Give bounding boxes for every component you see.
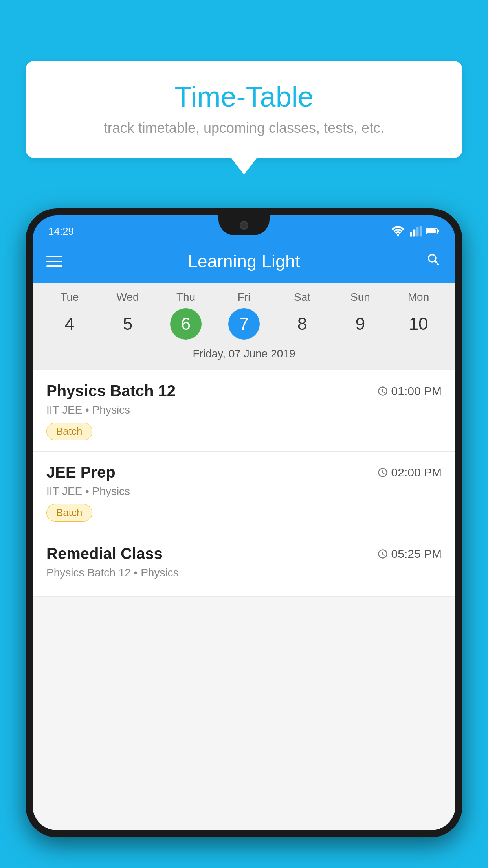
calendar-day[interactable]: Thu6 xyxy=(162,291,209,340)
calendar-strip: Tue4Wed5Thu6Fri7Sat8Sun9Mon10 Friday, 07… xyxy=(33,283,455,370)
item-time: 01:00 PM xyxy=(377,384,442,398)
day-name: Sun xyxy=(350,291,370,303)
phone-container: 14:29 xyxy=(26,208,462,868)
schedule-item[interactable]: Physics Batch 1201:00 PMIIT JEE • Physic… xyxy=(33,370,455,452)
status-icons xyxy=(391,226,440,237)
calendar-day[interactable]: Fri7 xyxy=(220,291,268,340)
status-time: 14:29 xyxy=(48,225,74,237)
wifi-icon xyxy=(391,226,405,237)
schedule-item[interactable]: JEE Prep02:00 PMIIT JEE • PhysicsBatch xyxy=(33,452,455,533)
calendar-day[interactable]: Sat8 xyxy=(279,291,326,340)
day-name: Mon xyxy=(408,291,429,303)
svg-rect-3 xyxy=(416,227,419,237)
item-subtitle: Physics Batch 12 • Physics xyxy=(46,566,442,579)
signal-icon xyxy=(410,226,422,237)
day-name: Fri xyxy=(238,291,251,303)
clock-icon xyxy=(377,386,388,397)
svg-rect-7 xyxy=(427,229,436,233)
bubble-title: Time-Table xyxy=(49,81,439,113)
day-name: Wed xyxy=(116,291,139,303)
item-time: 05:25 PM xyxy=(377,547,442,561)
search-button[interactable] xyxy=(426,252,442,271)
calendar-day[interactable]: Sun9 xyxy=(337,291,384,340)
day-number[interactable]: 9 xyxy=(345,308,376,340)
day-name: Tue xyxy=(60,291,79,303)
day-number[interactable]: 5 xyxy=(112,308,143,340)
app-bar-title: Learning Light xyxy=(188,252,300,271)
svg-rect-4 xyxy=(420,226,422,237)
day-name: Thu xyxy=(176,291,195,303)
notch xyxy=(218,215,270,235)
day-number[interactable]: 10 xyxy=(403,308,434,340)
days-row: Tue4Wed5Thu6Fri7Sat8Sun9Mon10 xyxy=(33,291,455,340)
calendar-day[interactable]: Wed5 xyxy=(104,291,151,340)
item-title: Physics Batch 12 xyxy=(46,382,176,400)
status-bar: 14:29 xyxy=(33,215,455,247)
item-title: Remedial Class xyxy=(46,545,163,563)
schedule-item[interactable]: Remedial Class05:25 PMPhysics Batch 12 •… xyxy=(33,533,455,597)
batch-tag: Batch xyxy=(46,423,92,440)
day-number[interactable]: 6 xyxy=(170,308,202,340)
selected-date-label: Friday, 07 June 2019 xyxy=(33,344,455,366)
batch-tag: Batch xyxy=(46,504,92,522)
phone-screen: Learning Light Tue4Wed5Thu6Fri7Sat8Sun9M… xyxy=(33,240,455,830)
item-subtitle: IIT JEE • Physics xyxy=(46,404,442,416)
schedule-list: Physics Batch 1201:00 PMIIT JEE • Physic… xyxy=(33,370,455,597)
bubble-subtitle: track timetable, upcoming classes, tests… xyxy=(49,120,439,136)
calendar-day[interactable]: Tue4 xyxy=(46,291,93,340)
camera xyxy=(240,221,248,230)
item-subtitle: IIT JEE • Physics xyxy=(46,485,442,498)
svg-rect-6 xyxy=(437,230,439,232)
day-number[interactable]: 8 xyxy=(286,308,318,340)
clock-icon xyxy=(377,548,388,559)
item-title: JEE Prep xyxy=(46,463,116,481)
phone-outer: 14:29 xyxy=(26,208,462,837)
svg-point-0 xyxy=(397,234,399,237)
calendar-day[interactable]: Mon10 xyxy=(395,291,442,340)
svg-rect-1 xyxy=(410,232,412,237)
item-time: 02:00 PM xyxy=(377,466,442,479)
day-number[interactable]: 4 xyxy=(54,308,85,340)
speech-bubble: Time-Table track timetable, upcoming cla… xyxy=(26,61,462,158)
hamburger-menu-button[interactable] xyxy=(46,256,62,267)
day-number[interactable]: 7 xyxy=(228,308,260,340)
battery-icon xyxy=(426,227,440,235)
day-name: Sat xyxy=(294,291,310,303)
svg-rect-2 xyxy=(413,230,415,237)
clock-icon xyxy=(377,467,388,478)
